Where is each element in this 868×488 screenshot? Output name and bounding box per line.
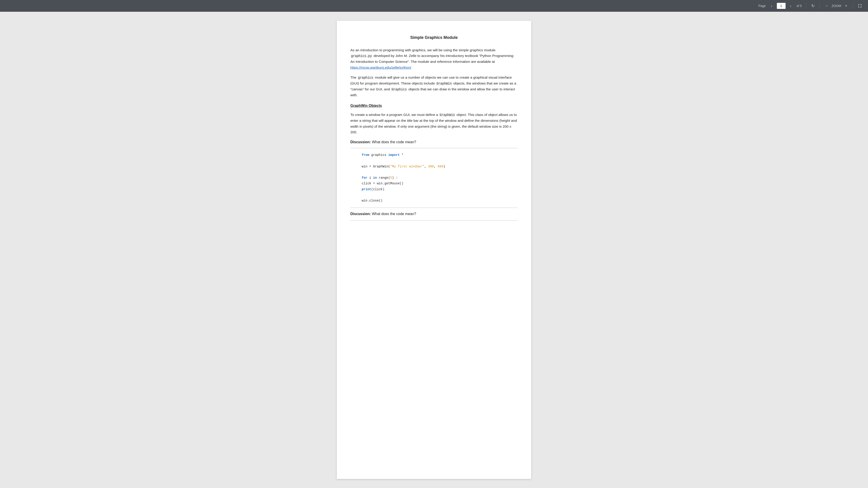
fullscreen-button[interactable] bbox=[856, 2, 864, 9]
zoom-in-button[interactable]: + bbox=[842, 2, 850, 9]
code-line-blank3 bbox=[362, 192, 518, 198]
para1-text: As an introduction to programming with g… bbox=[350, 48, 495, 52]
code-close-paren: ) bbox=[443, 165, 445, 168]
page-label: Page bbox=[758, 4, 766, 8]
paragraph-3: To create a window for a program GUI, we… bbox=[350, 112, 518, 135]
discussion1-label: Discussion: bbox=[350, 140, 371, 144]
doc-link[interactable]: https://mcsp.wartburg.edu/zelle/python/ bbox=[350, 66, 411, 69]
para3-start: To create a window for a program GUI, we… bbox=[350, 113, 439, 117]
page-number-input[interactable] bbox=[777, 3, 786, 9]
inline-code-graphics: graphics bbox=[358, 76, 374, 80]
page-of-label: of 5 bbox=[797, 4, 802, 8]
next-page-button[interactable]: › bbox=[787, 2, 794, 9]
para1b-text: developed by John M. Zelle to accompany … bbox=[350, 54, 514, 64]
code-num-400: 400 bbox=[428, 165, 434, 168]
kw-for: for bbox=[362, 176, 367, 180]
code-range: range( bbox=[377, 176, 390, 180]
code-block-content: from graphics import * win = GraphWin("M… bbox=[362, 152, 518, 203]
inline-code-graphwin2: GraphWin bbox=[439, 113, 456, 117]
inline-code-graphics-py: graphics.py bbox=[350, 54, 373, 58]
toolbar-divider-3 bbox=[853, 3, 853, 9]
section-heading-graphwin: GraphWin Objects bbox=[350, 103, 518, 109]
inline-code-graphwin: GraphWin bbox=[436, 82, 452, 86]
code-line-6: win.close() bbox=[362, 198, 518, 203]
kw-in: in bbox=[373, 176, 377, 180]
kw-print: print bbox=[362, 188, 371, 191]
discussion2-label: Discussion: bbox=[350, 212, 371, 216]
code-for-i: i bbox=[367, 176, 373, 180]
code-comma: , bbox=[424, 165, 428, 168]
toolbar: Page ‹ › of 5 ↻ − ZOOM + bbox=[0, 0, 868, 12]
kw-import: import bbox=[388, 153, 400, 157]
code-star: * bbox=[400, 153, 403, 157]
toolbar-divider-2 bbox=[819, 3, 820, 9]
code-win-assign: win = GraphWin( bbox=[362, 165, 390, 168]
code-line-3: for i in range(5) : bbox=[362, 175, 518, 181]
code-block-1: from graphics import * win = GraphWin("M… bbox=[350, 148, 518, 208]
code-line-2: win = GraphWin("My first window!", 400, … bbox=[362, 164, 518, 169]
code-range-end: ) : bbox=[392, 176, 398, 180]
code-string: "My first window!" bbox=[390, 165, 424, 168]
content-area: Simple Graphics Module As an introductio… bbox=[0, 12, 868, 488]
inline-code-graphics2: Graphics bbox=[391, 88, 407, 92]
code-print-click: (click) bbox=[371, 188, 384, 191]
zoom-out-button[interactable]: − bbox=[823, 2, 830, 9]
document-page: Simple Graphics Module As an introductio… bbox=[337, 21, 531, 479]
code-win-close: win.close() bbox=[362, 199, 382, 202]
discussion-1: Discussion: What does the code mean? bbox=[350, 139, 518, 145]
code-num-600: 600 bbox=[438, 165, 443, 168]
code-comma2: , bbox=[434, 165, 438, 168]
kw-from: from bbox=[362, 153, 369, 157]
code-line-4: click = win.getMouse() bbox=[362, 181, 518, 186]
code-line-blank2 bbox=[362, 169, 518, 175]
zoom-label: ZOOM bbox=[832, 4, 841, 8]
doc-title: Simple Graphics Module bbox=[350, 34, 518, 41]
prev-page-button[interactable]: ‹ bbox=[768, 2, 775, 9]
discussion-2: Discussion: What does the code mean? bbox=[350, 211, 518, 217]
code-line-5: print(click) bbox=[362, 187, 518, 192]
refresh-button[interactable]: ↻ bbox=[809, 2, 816, 9]
discussion2-text: What does the code mean? bbox=[371, 212, 416, 216]
code-click: click = win.getMouse() bbox=[362, 182, 403, 185]
paragraph-2: The graphics module will give us a numbe… bbox=[350, 74, 518, 98]
code-line-blank bbox=[362, 158, 518, 164]
para2-start: The bbox=[350, 75, 358, 79]
code-graphics-text: graphics bbox=[369, 153, 388, 157]
discussion1-text: What does the code mean? bbox=[371, 140, 416, 144]
paragraph-1: As an introduction to programming with g… bbox=[350, 47, 518, 70]
code-line-1: from graphics import * bbox=[362, 152, 518, 158]
